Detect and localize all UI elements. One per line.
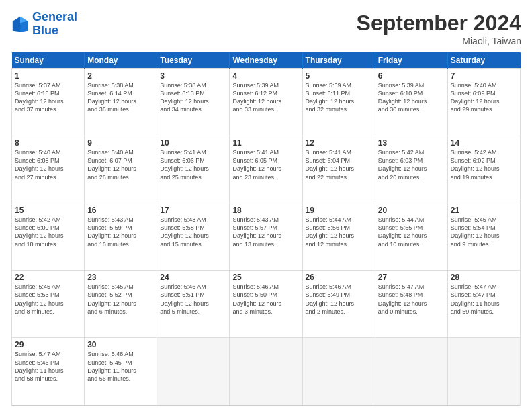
day-number: 10 xyxy=(160,138,226,148)
col-saturday: Saturday xyxy=(447,52,520,69)
day-number: 19 xyxy=(306,205,372,215)
calendar-row: 15Sunrise: 5:42 AM Sunset: 6:00 PM Dayli… xyxy=(12,203,521,271)
day-number: 23 xyxy=(87,273,154,282)
day-details: Sunrise: 5:48 AM Sunset: 5:45 PM Dayligh… xyxy=(87,350,154,383)
table-row: 16Sunrise: 5:43 AM Sunset: 5:59 PM Dayli… xyxy=(85,203,157,271)
table-row: 6Sunrise: 5:39 AM Sunset: 6:10 PM Daylig… xyxy=(375,69,447,136)
day-number: 16 xyxy=(87,205,154,215)
table-row: 2Sunrise: 5:38 AM Sunset: 6:14 PM Daylig… xyxy=(85,69,157,136)
day-details: Sunrise: 5:39 AM Sunset: 6:12 PM Dayligh… xyxy=(232,81,299,114)
day-number: 11 xyxy=(232,138,299,148)
logo: General Blue xyxy=(11,11,77,38)
day-number: 3 xyxy=(160,71,226,81)
day-details: Sunrise: 5:45 AM Sunset: 5:53 PM Dayligh… xyxy=(15,283,81,316)
location: Miaoli, Taiwan xyxy=(357,36,521,46)
day-details: Sunrise: 5:45 AM Sunset: 5:52 PM Dayligh… xyxy=(87,283,154,316)
day-number: 18 xyxy=(232,205,299,215)
day-details: Sunrise: 5:43 AM Sunset: 5:59 PM Dayligh… xyxy=(87,216,154,248)
calendar: Sunday Monday Tuesday Wednesday Thursday… xyxy=(11,52,521,406)
day-number: 6 xyxy=(378,71,445,81)
day-number: 26 xyxy=(306,273,372,282)
day-details: Sunrise: 5:47 AM Sunset: 5:46 PM Dayligh… xyxy=(15,350,81,383)
page: General Blue September 2024 Miaoli, Taiw… xyxy=(0,0,532,411)
day-number: 8 xyxy=(15,138,81,148)
table-row: 14Sunrise: 5:42 AM Sunset: 6:02 PM Dayli… xyxy=(447,136,520,203)
table-row: 9Sunrise: 5:40 AM Sunset: 6:07 PM Daylig… xyxy=(85,136,157,203)
day-details: Sunrise: 5:47 AM Sunset: 5:47 PM Dayligh… xyxy=(451,283,517,316)
col-tuesday: Tuesday xyxy=(157,52,230,69)
title-block: September 2024 Miaoli, Taiwan xyxy=(357,11,521,46)
logo-icon xyxy=(11,15,30,34)
logo-line1: General xyxy=(32,10,77,24)
day-number: 14 xyxy=(451,138,517,148)
day-details: Sunrise: 5:44 AM Sunset: 5:56 PM Dayligh… xyxy=(306,216,372,248)
table-row xyxy=(302,338,375,405)
table-row: 28Sunrise: 5:47 AM Sunset: 5:47 PM Dayli… xyxy=(447,271,520,338)
day-details: Sunrise: 5:40 AM Sunset: 6:08 PM Dayligh… xyxy=(15,148,81,181)
table-row: 30Sunrise: 5:48 AM Sunset: 5:45 PM Dayli… xyxy=(85,338,157,405)
calendar-row: 29Sunrise: 5:47 AM Sunset: 5:46 PM Dayli… xyxy=(12,338,521,405)
day-details: Sunrise: 5:44 AM Sunset: 5:55 PM Dayligh… xyxy=(378,216,445,248)
day-number: 17 xyxy=(160,205,226,215)
day-details: Sunrise: 5:46 AM Sunset: 5:49 PM Dayligh… xyxy=(306,283,372,316)
col-wednesday: Wednesday xyxy=(230,52,302,69)
table-row xyxy=(230,338,302,405)
table-row: 8Sunrise: 5:40 AM Sunset: 6:08 PM Daylig… xyxy=(12,136,85,203)
table-row: 3Sunrise: 5:38 AM Sunset: 6:13 PM Daylig… xyxy=(157,69,230,136)
day-details: Sunrise: 5:41 AM Sunset: 6:05 PM Dayligh… xyxy=(232,148,299,181)
calendar-row: 8Sunrise: 5:40 AM Sunset: 6:08 PM Daylig… xyxy=(12,136,521,203)
day-details: Sunrise: 5:38 AM Sunset: 6:14 PM Dayligh… xyxy=(87,81,154,114)
day-details: Sunrise: 5:47 AM Sunset: 5:48 PM Dayligh… xyxy=(378,283,445,316)
day-details: Sunrise: 5:40 AM Sunset: 6:09 PM Dayligh… xyxy=(451,81,517,114)
col-friday: Friday xyxy=(375,52,447,69)
table-row: 23Sunrise: 5:45 AM Sunset: 5:52 PM Dayli… xyxy=(85,271,157,338)
calendar-table: Sunday Monday Tuesday Wednesday Thursday… xyxy=(11,52,521,405)
table-row: 25Sunrise: 5:46 AM Sunset: 5:50 PM Dayli… xyxy=(230,271,302,338)
header: General Blue September 2024 Miaoli, Taiw… xyxy=(11,11,521,46)
day-number: 28 xyxy=(451,273,517,282)
day-details: Sunrise: 5:42 AM Sunset: 6:00 PM Dayligh… xyxy=(15,216,81,248)
day-details: Sunrise: 5:37 AM Sunset: 6:15 PM Dayligh… xyxy=(15,81,81,114)
table-row xyxy=(447,338,520,405)
day-number: 22 xyxy=(15,273,81,282)
day-number: 7 xyxy=(451,71,517,81)
table-row xyxy=(157,338,230,405)
table-row: 12Sunrise: 5:41 AM Sunset: 6:04 PM Dayli… xyxy=(302,136,375,203)
table-row: 27Sunrise: 5:47 AM Sunset: 5:48 PM Dayli… xyxy=(375,271,447,338)
day-number: 25 xyxy=(232,273,299,282)
table-row: 24Sunrise: 5:46 AM Sunset: 5:51 PM Dayli… xyxy=(157,271,230,338)
day-details: Sunrise: 5:38 AM Sunset: 6:13 PM Dayligh… xyxy=(160,81,226,114)
day-number: 15 xyxy=(15,205,81,215)
table-row: 29Sunrise: 5:47 AM Sunset: 5:46 PM Dayli… xyxy=(12,338,85,405)
table-row: 15Sunrise: 5:42 AM Sunset: 6:00 PM Dayli… xyxy=(12,203,85,271)
day-details: Sunrise: 5:40 AM Sunset: 6:07 PM Dayligh… xyxy=(87,148,154,181)
day-details: Sunrise: 5:41 AM Sunset: 6:06 PM Dayligh… xyxy=(160,148,226,181)
day-number: 20 xyxy=(378,205,445,215)
day-details: Sunrise: 5:43 AM Sunset: 5:57 PM Dayligh… xyxy=(232,216,299,248)
day-details: Sunrise: 5:46 AM Sunset: 5:51 PM Dayligh… xyxy=(160,283,226,316)
table-row: 26Sunrise: 5:46 AM Sunset: 5:49 PM Dayli… xyxy=(302,271,375,338)
month-title: September 2024 xyxy=(357,11,521,36)
header-row: Sunday Monday Tuesday Wednesday Thursday… xyxy=(12,52,521,69)
logo-line2: Blue xyxy=(32,24,58,37)
day-number: 12 xyxy=(306,138,372,148)
table-row: 21Sunrise: 5:45 AM Sunset: 5:54 PM Dayli… xyxy=(447,203,520,271)
table-row: 22Sunrise: 5:45 AM Sunset: 5:53 PM Dayli… xyxy=(12,271,85,338)
day-number: 24 xyxy=(160,273,226,282)
day-number: 21 xyxy=(451,205,517,215)
day-details: Sunrise: 5:39 AM Sunset: 6:10 PM Dayligh… xyxy=(378,81,445,114)
table-row: 5Sunrise: 5:39 AM Sunset: 6:11 PM Daylig… xyxy=(302,69,375,136)
day-number: 9 xyxy=(87,138,154,148)
calendar-row: 1Sunrise: 5:37 AM Sunset: 6:15 PM Daylig… xyxy=(12,69,521,136)
day-number: 5 xyxy=(306,71,372,81)
col-monday: Monday xyxy=(85,52,157,69)
day-details: Sunrise: 5:41 AM Sunset: 6:04 PM Dayligh… xyxy=(306,148,372,181)
col-sunday: Sunday xyxy=(12,52,85,69)
table-row: 18Sunrise: 5:43 AM Sunset: 5:57 PM Dayli… xyxy=(230,203,302,271)
day-number: 27 xyxy=(378,273,445,282)
day-details: Sunrise: 5:42 AM Sunset: 6:03 PM Dayligh… xyxy=(378,148,445,181)
calendar-row: 22Sunrise: 5:45 AM Sunset: 5:53 PM Dayli… xyxy=(12,271,521,338)
day-number: 2 xyxy=(87,71,154,81)
day-details: Sunrise: 5:42 AM Sunset: 6:02 PM Dayligh… xyxy=(451,148,517,181)
table-row: 19Sunrise: 5:44 AM Sunset: 5:56 PM Dayli… xyxy=(302,203,375,271)
